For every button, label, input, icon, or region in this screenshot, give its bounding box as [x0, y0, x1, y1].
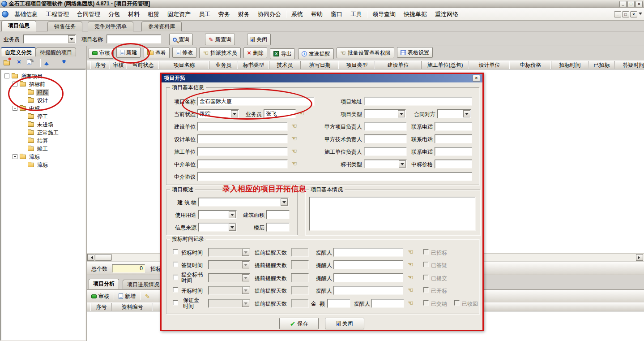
mdi-minimize-button[interactable]: _: [614, 11, 621, 17]
done-checkbox[interactable]: [423, 287, 429, 293]
save-button[interactable]: ✔ 保存: [279, 318, 319, 329]
scrollbar-thumb[interactable]: [95, 254, 112, 261]
bid-type-combobox[interactable]: [364, 160, 407, 168]
tree-item-settlement[interactable]: 结算: [1, 137, 85, 145]
select-unit-icon[interactable]: ☜: [291, 148, 297, 154]
modify-button[interactable]: 修改: [172, 47, 196, 58]
col-current-status[interactable]: 当前状态: [127, 61, 159, 69]
collapse-icon[interactable]: [4, 73, 9, 78]
tab-project-progress[interactable]: 项目进展情况: [123, 280, 164, 289]
assign-technician-button[interactable]: ☜指派技术员: [199, 47, 241, 58]
reminder-input[interactable]: [333, 248, 403, 257]
col-qa-time[interactable]: 答疑时间: [615, 61, 644, 69]
menu-lease[interactable]: 租赁: [144, 9, 163, 20]
menu-tools[interactable]: 工具: [346, 9, 366, 20]
select-person-icon[interactable]: ☜: [408, 287, 414, 293]
project-name-input[interactable]: 金石国际大厦: [197, 97, 315, 106]
deposit-time-combobox[interactable]: [208, 299, 250, 308]
current-status-combobox[interactable]: 跟踪: [197, 109, 239, 118]
reminder-input[interactable]: [371, 299, 404, 308]
done-checkbox[interactable]: [423, 262, 429, 267]
close-button[interactable]: ×: [635, 1, 643, 7]
owner-pm-phone-input[interactable]: [435, 122, 472, 131]
constructor-pm-phone-input[interactable]: [435, 147, 472, 156]
scroll-right-button[interactable]: [636, 254, 643, 261]
menu-engineering[interactable]: 工程管理: [42, 9, 73, 20]
tab-project-analysis[interactable]: 项目分析: [89, 279, 119, 289]
maximize-button[interactable]: □: [627, 1, 635, 7]
select-person-icon[interactable]: ☜: [408, 300, 414, 306]
menu-window[interactable]: 窗口: [327, 9, 346, 20]
col-bid-type[interactable]: 标书类型: [238, 61, 269, 69]
advance-days-input[interactable]: [291, 286, 309, 295]
qa-time-checkbox[interactable]: [173, 262, 178, 267]
export-button[interactable]: X导出: [270, 48, 295, 59]
tab-reference-library[interactable]: 参考资料库: [141, 22, 182, 31]
qa-time-combobox[interactable]: [208, 260, 250, 269]
tab-projects-to-remind[interactable]: 待提醒的项目: [36, 47, 76, 56]
tree-item-completed[interactable]: 竣工: [1, 145, 85, 153]
tree-item-pre-bid[interactable]: 招标前: [1, 80, 85, 88]
chevron-down-icon[interactable]: [231, 110, 238, 117]
scroll-left-button[interactable]: [87, 254, 94, 261]
delete-category-button[interactable]: ×: [17, 58, 21, 65]
send-reminder-button[interactable]: i发送提醒: [298, 48, 334, 59]
collapse-icon[interactable]: [13, 82, 17, 86]
chevron-down-icon[interactable]: [398, 110, 405, 117]
reminder-input[interactable]: [333, 260, 403, 269]
advance-days-input[interactable]: [291, 248, 309, 257]
menu-quick-docs[interactable]: 快捷单据: [400, 9, 431, 20]
menu-fixed-assets[interactable]: 固定资产: [163, 9, 195, 20]
delete-button[interactable]: ×删除: [243, 47, 267, 58]
advance-days-input[interactable]: [291, 260, 309, 269]
paid-checkbox[interactable]: [423, 300, 429, 306]
chevron-down-icon[interactable]: [463, 110, 470, 117]
tab-project-info[interactable]: 项目信息: [1, 21, 36, 31]
select-unit-icon[interactable]: ☜: [291, 123, 297, 129]
bid-time-combobox[interactable]: [208, 248, 250, 257]
collapse-icon[interactable]: [13, 154, 17, 159]
move-down-button[interactable]: [61, 60, 67, 66]
project-name-filter-input[interactable]: [107, 35, 161, 43]
grid-settings-button[interactable]: 表格设置: [397, 47, 433, 58]
tab-custom-category[interactable]: 自定义分类: [1, 47, 36, 56]
tab-sales-task[interactable]: 销售任务: [47, 22, 82, 31]
select-person-icon[interactable]: ☜: [299, 110, 304, 117]
dialog-close-button[interactable]: ×: [473, 75, 480, 82]
bottom-add-button[interactable]: 新增: [116, 291, 138, 301]
project-type-combobox[interactable]: [364, 109, 406, 118]
floor-input[interactable]: [266, 223, 290, 232]
col-doc-seq[interactable]: 序号: [91, 303, 112, 311]
area-input[interactable]: [266, 210, 290, 219]
situation-textarea[interactable]: [309, 197, 476, 231]
tab-competitor-list[interactable]: 竞争对手清单: [88, 22, 133, 31]
col-designer[interactable]: 设计单位: [469, 61, 510, 69]
menu-material[interactable]: 材料: [124, 9, 144, 20]
tree-item-tracking[interactable]: 跟踪: [1, 88, 85, 96]
tree-item-failed-bid-child[interactable]: 流标: [1, 161, 85, 169]
open-bid-combobox[interactable]: [208, 286, 250, 295]
menu-contract[interactable]: 合同管理: [73, 9, 104, 20]
col-fill-date[interactable]: 填写日期: [301, 61, 339, 69]
menu-leader-query[interactable]: 领导查询: [368, 9, 400, 20]
menu-staff[interactable]: 员工: [195, 9, 214, 20]
done-checkbox[interactable]: [423, 249, 429, 255]
mdi-restore-button[interactable]: □: [622, 11, 629, 17]
chevron-down-icon[interactable]: [229, 211, 236, 218]
select-unit-icon[interactable]: ☜: [291, 135, 297, 142]
bid-price-input[interactable]: [435, 160, 472, 168]
project-address-input[interactable]: [364, 97, 472, 106]
owner-tech-phone-input[interactable]: [435, 134, 472, 143]
select-person-icon[interactable]: ☜: [408, 274, 414, 281]
tree-item-all-projects[interactable]: 所有项目: [1, 72, 85, 80]
col-doc-number[interactable]: 资料编号: [112, 303, 153, 311]
bid-time-checkbox[interactable]: [173, 249, 178, 255]
chevron-down-icon[interactable]: [399, 160, 406, 168]
salesman-filter-combobox[interactable]: [23, 35, 76, 43]
constructor-input[interactable]: [197, 147, 288, 156]
source-combobox[interactable]: [198, 223, 237, 232]
rename-category-button[interactable]: ✎: [27, 59, 31, 65]
menu-basic-info[interactable]: 基础信息: [10, 9, 42, 20]
query-button[interactable]: 查询: [169, 34, 193, 45]
menu-collaboration[interactable]: 协同办公: [254, 9, 285, 20]
